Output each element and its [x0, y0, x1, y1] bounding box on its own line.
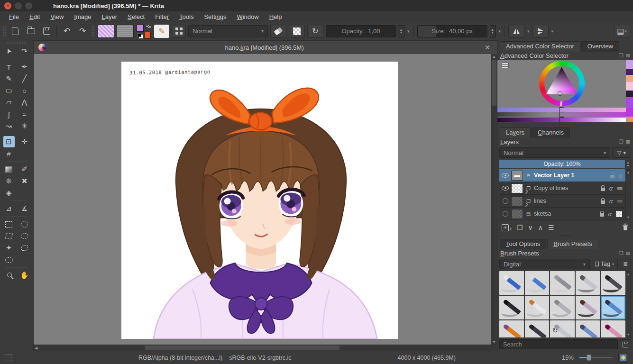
foreground-color-swatch[interactable]	[137, 25, 144, 32]
layer-row-sketsa[interactable]: ▤sketsaα	[499, 208, 625, 220]
brush-preset-ink-pen[interactable]	[601, 271, 625, 295]
chevron-down-icon[interactable]: ▾	[551, 29, 554, 34]
visibility-off-icon[interactable]	[503, 211, 508, 217]
docker-resize-handle[interactable]	[497, 234, 633, 237]
history-swatch[interactable]	[626, 91, 633, 97]
presets-display-mode-button[interactable]: ≣	[620, 259, 631, 269]
scroll-left-icon[interactable]: ◀	[34, 345, 38, 351]
brush-preset-eraser-soft[interactable]	[550, 271, 575, 295]
color-wheel-area[interactable]	[497, 60, 626, 122]
alpha-icon[interactable]: α	[609, 185, 613, 192]
add-layer-button[interactable]: +▾	[502, 224, 512, 231]
similar-color-select-tool[interactable]: ✦	[3, 242, 15, 254]
scroll-up-icon[interactable]: ▲	[491, 55, 497, 59]
save-preset-button[interactable]	[620, 339, 631, 349]
visibility-off-icon[interactable]	[503, 198, 508, 204]
image-dimensions-label[interactable]: 4000 x 4000 (465.9M)	[398, 355, 456, 361]
eraser-mode-button[interactable]	[270, 25, 286, 38]
text-tool[interactable]: T	[3, 61, 15, 73]
layer-opacity-spinner[interactable]: ▲▼	[625, 160, 631, 168]
tab-advanced-color-selector[interactable]: Advanced Color Selector	[500, 41, 580, 52]
history-swatch[interactable]	[626, 75, 633, 82]
opacity-spinbox[interactable]: Opacity: 1,00	[326, 25, 396, 37]
lock-icon[interactable]	[601, 188, 605, 191]
brush-preset-pen-blue-ink[interactable]	[601, 296, 625, 319]
selection-mode-icon[interactable]	[5, 355, 11, 361]
layer-properties-button[interactable]: ☰	[548, 224, 554, 231]
brush-preset-pen-pink[interactable]	[601, 320, 625, 337]
undo-button[interactable]: ↶	[60, 25, 73, 38]
freehand-path-tool[interactable]: ≈	[19, 109, 30, 120]
brush-preset-eraser-hard[interactable]	[499, 271, 524, 295]
rectangle-tool[interactable]: ▭	[3, 85, 15, 96]
history-swatch[interactable]	[626, 117, 633, 122]
lock-icon[interactable]	[610, 175, 615, 178]
history-swatch[interactable]	[626, 69, 633, 75]
menu-layer[interactable]: Layer	[96, 12, 122, 21]
scroll-down-icon[interactable]: ▼	[491, 340, 497, 344]
horizontal-scrollbar[interactable]: ◀	[34, 345, 497, 351]
layer-row-vector-layer-1[interactable]: ⚑Vector Layer 1α	[499, 169, 625, 182]
brush-preset-airbrush-pen[interactable]	[576, 271, 600, 295]
lock-icon[interactable]	[600, 213, 604, 217]
menu-image[interactable]: Image	[69, 12, 96, 21]
hue-slider-handle[interactable]	[560, 107, 564, 112]
measure-tool[interactable]: ∡	[19, 203, 30, 214]
assistants-tool[interactable]: ⊿	[3, 203, 15, 214]
menu-settings[interactable]: Settings	[199, 12, 231, 21]
brush-tag-dropdown[interactable]: Digital ▾	[499, 259, 590, 269]
value-slider-handle[interactable]	[560, 117, 564, 122]
line-tool[interactable]: ╱	[19, 73, 30, 84]
history-swatch[interactable]	[626, 97, 633, 108]
chevron-down-icon[interactable]: ▾	[527, 29, 530, 34]
close-docker-icon[interactable]: ⊠	[626, 250, 630, 256]
canvas-artwork[interactable]	[121, 62, 398, 339]
size-spinbox[interactable]: Size: 40,00 px	[417, 25, 487, 37]
brush-preset-marker-round-blue[interactable]	[576, 320, 600, 337]
brush-preset-eraser-pen[interactable]	[525, 271, 550, 295]
toolbar-drag-handle[interactable]	[3, 25, 6, 37]
redo-button[interactable]: ↷	[76, 25, 89, 38]
menu-file[interactable]: File	[4, 12, 24, 21]
blend-mode-dropdown[interactable]: Normal ▾	[188, 25, 268, 37]
layer-filter-button[interactable]: ▽▾	[612, 147, 631, 158]
gradient-chooser-button[interactable]	[97, 25, 114, 38]
freehand-select-tool[interactable]	[19, 230, 30, 242]
zoom-slider-handle[interactable]	[587, 355, 591, 361]
colorize-mask-tool[interactable]: ❈	[3, 175, 15, 187]
preset-chooser-button[interactable]	[172, 25, 186, 38]
menu-select[interactable]: Select	[122, 12, 150, 21]
menu-tools[interactable]: Tools	[174, 12, 199, 21]
menu-view[interactable]: View	[45, 12, 69, 21]
tab-layers[interactable]: Layers	[500, 127, 531, 138]
brush-editor-button[interactable]: ✎	[154, 25, 169, 38]
tag-button[interactable]: Tag ▾	[592, 259, 618, 269]
rectangular-select-tool[interactable]	[3, 218, 15, 230]
document-close-button[interactable]: ✕	[483, 44, 492, 51]
move-layer-up-button[interactable]: ∧	[538, 224, 543, 231]
multibrush-tool[interactable]: ✳	[19, 120, 30, 132]
window-close-button[interactable]: ✕	[4, 2, 11, 9]
zoom-slider[interactable]	[579, 357, 613, 358]
fill-tool[interactable]: ◈	[3, 187, 15, 199]
window-maximize-button[interactable]: ▫	[25, 2, 32, 9]
expand-icon[interactable]: ❯	[525, 202, 528, 207]
hue-slider[interactable]	[497, 108, 626, 112]
menu-window[interactable]: Window	[231, 12, 264, 21]
history-swatch[interactable]	[626, 60, 633, 69]
canvas[interactable]: 31.05.2018 @ardiantapargo	[121, 62, 398, 339]
bezier-select-tool[interactable]	[19, 242, 30, 254]
swap-colors-icon[interactable]: ⇄	[145, 22, 152, 30]
vertical-scrollbar[interactable]: ▲ ▼	[491, 54, 497, 345]
tab-overview[interactable]: Overview	[581, 41, 619, 52]
history-swatch[interactable]	[626, 82, 633, 91]
layer-row-lines[interactable]: ❐❯linesα≡≡	[499, 195, 625, 208]
brush-preset-pen-tech-blue[interactable]: ↻	[550, 320, 575, 337]
tab-channels[interactable]: Channels	[532, 127, 570, 138]
docker-resize-handle[interactable]	[497, 122, 633, 126]
inherit-alpha-icon[interactable]	[616, 211, 622, 217]
alpha-icon[interactable]: α	[608, 210, 612, 218]
polyline-tool[interactable]: ⋀	[19, 97, 30, 108]
menu-help[interactable]: Help	[264, 12, 287, 21]
toolbar-drag-handle[interactable]	[92, 25, 95, 37]
